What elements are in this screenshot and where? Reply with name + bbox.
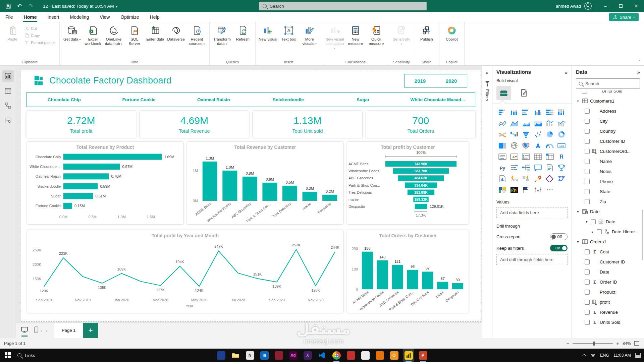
menu-optimize[interactable]: Optimize	[115, 12, 144, 22]
new-visual-calculation-button[interactable]: fxNew visual calculation ▾	[324, 23, 345, 52]
menu-view[interactable]: View	[94, 12, 115, 22]
area-chart-icon[interactable]	[508, 119, 520, 128]
field-checkbox[interactable]	[591, 219, 596, 224]
chevron-down-icon[interactable]: ▾	[576, 210, 580, 214]
build-visual-tab[interactable]	[496, 86, 511, 100]
field-row-notes[interactable]: Notes	[576, 166, 640, 176]
expand-filters-icon[interactable]: «	[486, 70, 488, 75]
line-and-clustered-column-chart-icon[interactable]	[556, 119, 568, 128]
field-checkbox[interactable]	[585, 310, 590, 315]
kpi-card-total-profit[interactable]: 2.72MTotal profit	[26, 111, 136, 138]
get-data-button[interactable]: Get data ▾	[62, 23, 83, 43]
collapse-data-pane-icon[interactable]: »	[637, 69, 640, 75]
funnel-chart-profit-by-customer[interactable]: 100%ACME Bites743.90KWholesome Foods583.…	[347, 150, 469, 222]
excel-workbook-button[interactable]: XExcel workbook	[83, 23, 103, 47]
publish-button[interactable]: Publish	[416, 23, 437, 43]
product-tab-white-chocolate-macad-[interactable]: White Chocolate Macad...	[400, 93, 475, 107]
titlebar-search-box[interactable]: Search	[259, 2, 427, 10]
chart-total-orders-by-customer[interactable]: Total Orders by Customer 0100200186ACME …	[347, 230, 469, 313]
map-icon[interactable]	[508, 141, 520, 150]
copy-button[interactable]: Copy	[23, 33, 57, 38]
media-app-taskbar-icon[interactable]	[273, 349, 284, 362]
maximize-button[interactable]	[613, 0, 629, 12]
chevron-down-icon[interactable]: ▾	[576, 240, 580, 244]
field-row-country[interactable]: Country	[576, 126, 640, 136]
matrix-icon[interactable]	[544, 152, 555, 161]
field-checkbox[interactable]	[585, 249, 590, 254]
donut-chart-icon[interactable]	[556, 130, 568, 139]
sql-server-button[interactable]: SQL Server	[124, 23, 145, 47]
model-view-icon[interactable]	[2, 100, 14, 111]
notepad-app-taskbar-icon[interactable]: N	[244, 349, 256, 362]
kpi-card-total-revenue[interactable]: 4.69MTotal Revenue	[140, 111, 249, 138]
product-tab-oatmeal-raisin[interactable]: Oatmeal Raisin	[176, 93, 251, 107]
bar-chart-revenue-by-product[interactable]: 0.0M0.5M1.0M1.5MChocolate Chip1.69MWhite…	[27, 150, 183, 222]
field-row-date[interactable]: Date	[576, 267, 640, 277]
power-automate-icon[interactable]	[556, 174, 568, 183]
custom-kpi-icon[interactable]: UltKPI	[508, 185, 520, 194]
table-row-orders1[interactable]: ▾Orders1	[576, 237, 640, 247]
pie-chart-icon[interactable]	[544, 130, 555, 139]
kpi-icon[interactable]	[508, 152, 520, 161]
field-checkbox[interactable]	[585, 320, 590, 325]
field-row-address[interactable]: Address	[576, 106, 640, 116]
adobe-xd-taskbar-icon[interactable]: Xd	[287, 349, 299, 362]
page-tab[interactable]: Page 1	[54, 323, 83, 338]
waterfall-chart-icon[interactable]	[508, 130, 520, 139]
kpi-card-total-orders[interactable]: 700Total Orders	[366, 111, 476, 138]
chart-total-profit-by-year-month[interactable]: Total profit by Year and Month 150K200K2…	[27, 230, 343, 313]
field-row-phone[interactable]: Phone	[576, 176, 640, 186]
field-checkbox[interactable]	[585, 169, 590, 174]
chart-total-revenue-by-product[interactable]: Total Revenue by Product 0.0M0.5M1.0M1.5…	[27, 142, 183, 224]
format-visual-tab[interactable]	[517, 86, 531, 100]
menu-file[interactable]: File	[0, 12, 18, 22]
zoom-in-icon[interactable]: +	[616, 341, 619, 346]
copilot-button[interactable]: Copilot	[441, 23, 462, 43]
network-icon[interactable]	[590, 353, 596, 358]
product-tab-chocolate-chip[interactable]: Chocolate Chip	[27, 93, 102, 107]
share-button[interactable]: Share▾	[609, 13, 639, 21]
user-name[interactable]: ahmed Awad	[556, 4, 581, 9]
clustered-bar-chart-icon[interactable]	[520, 108, 532, 117]
field-row-profit[interactable]: Σprofit	[576, 297, 640, 307]
document-save-state[interactable]: 12 · Last saved: Today at 10:54 AM▾	[43, 4, 117, 9]
filters-pane-label[interactable]: Filters	[485, 89, 490, 101]
chevron-down-icon[interactable]: ▾	[585, 220, 589, 224]
field-row-city[interactable]: City	[576, 116, 640, 126]
table-view-icon[interactable]	[2, 85, 14, 97]
power-kpi-icon[interactable]: 123	[508, 174, 520, 183]
field-checkbox[interactable]	[585, 300, 590, 305]
pen-app-taskbar-icon[interactable]	[374, 349, 385, 362]
field-checkbox[interactable]	[585, 149, 590, 154]
list-slicer-icon[interactable]	[508, 163, 520, 172]
zoom-out-icon[interactable]: −	[566, 341, 569, 346]
chart-total-revenue-by-customer[interactable]: Total Revenue by Customer 0M1M1.3MACME B…	[187, 142, 343, 224]
zoom-slider[interactable]	[573, 343, 613, 344]
100-stacked-bar-chart-icon[interactable]	[544, 108, 555, 117]
mobile-view-icon[interactable]	[34, 326, 38, 334]
ribbon-collapse-icon[interactable]: ⌃	[638, 60, 641, 64]
power-apps-icon[interactable]	[544, 174, 555, 183]
gauge-icon[interactable]	[544, 141, 555, 150]
drill-through-field-well[interactable]: Add drill-through fields here	[496, 254, 568, 265]
save-icon[interactable]	[5, 3, 11, 9]
field-checkbox[interactable]	[585, 129, 590, 134]
field-checkbox[interactable]	[585, 109, 590, 114]
card-icon[interactable]: 123	[556, 141, 568, 150]
field-row-product[interactable]: Product	[576, 287, 640, 297]
stacked-area-chart-icon[interactable]	[520, 119, 532, 128]
web-view-icon[interactable]	[21, 326, 28, 334]
menu-home[interactable]: Home	[18, 12, 42, 22]
more-visuals-button[interactable]: More visuals ▾	[299, 23, 320, 47]
chrome-taskbar-icon[interactable]	[331, 349, 342, 362]
new-measure-button[interactable]: New measure	[345, 23, 366, 47]
field-row-customer-id[interactable]: Customer ID	[576, 136, 640, 146]
sensitivity-button[interactable]: Sensitivity ▾	[391, 23, 412, 47]
clustered-column-chart-icon[interactable]	[532, 108, 544, 117]
taskbar-search[interactable]: Links	[17, 353, 35, 358]
line-chart-profit-by-month[interactable]: 150K200K250K123K223K135K169K127K194K124K…	[27, 238, 343, 310]
r-script-visual-icon[interactable]: R	[556, 152, 568, 161]
keep-all-filters-toggle[interactable]: On	[550, 245, 568, 251]
paginated-report-icon[interactable]	[496, 174, 508, 183]
text-box-button[interactable]: AText box	[278, 23, 299, 43]
